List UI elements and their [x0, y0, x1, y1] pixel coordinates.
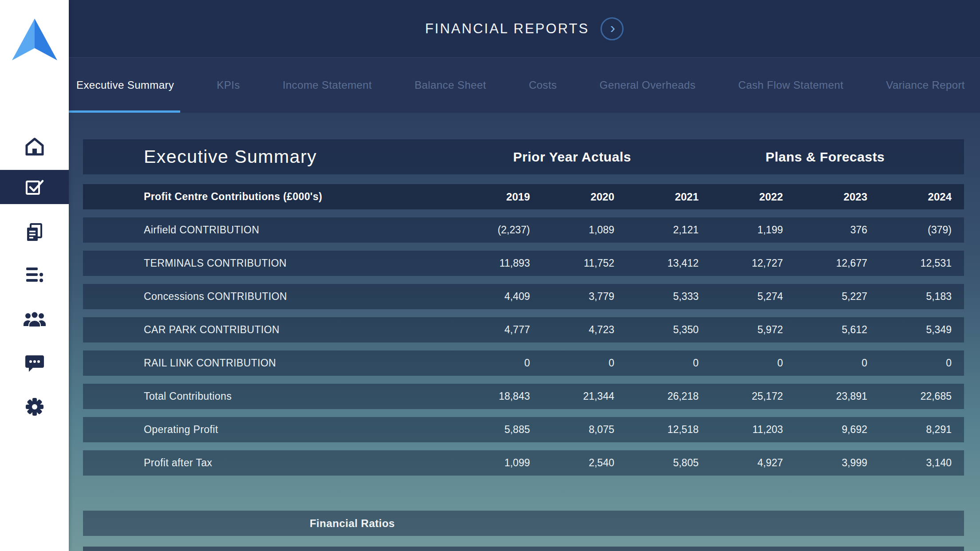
row-value: 23,891 [783, 390, 867, 402]
year-column-header: 2021 [614, 191, 699, 203]
row-value: 1,099 [446, 457, 530, 469]
tab-kpis[interactable]: KPIs [217, 58, 240, 113]
tab-costs[interactable]: Costs [529, 58, 557, 113]
row-value: 8,075 [530, 424, 614, 436]
table-title: Executive Summary [83, 146, 446, 167]
row-value: 0 [614, 357, 699, 369]
row-value: 11,893 [446, 257, 530, 269]
row-value: 12,518 [614, 424, 699, 436]
row-value: 12,531 [867, 257, 952, 269]
home-icon [24, 137, 45, 156]
row-label: RAIL LINK CONTRIBUTION [83, 357, 446, 369]
row-value: 4,927 [699, 457, 783, 469]
row-value: 25,172 [699, 390, 783, 402]
table-row: RAIL LINK CONTRIBUTION000000 [83, 350, 964, 376]
row-value: 22,685 [867, 390, 952, 402]
row-value: 11,203 [699, 424, 783, 436]
row-value: 2,540 [530, 457, 614, 469]
table-row: Airfield CONTRIBUTION(2,237)1,0892,1211,… [83, 217, 964, 243]
row-label: Total Contributions [83, 390, 446, 402]
row-value: 4,723 [530, 324, 614, 336]
people-icon [23, 310, 46, 328]
row-value: 0 [783, 357, 867, 369]
row-label: Airfield CONTRIBUTION [83, 224, 446, 236]
row-value: 4,777 [446, 324, 530, 336]
section-header-label: Financial Ratios [83, 517, 621, 530]
columns-header-row: Profit Centre Contributions (£000's) 201… [83, 184, 964, 209]
row-value: 3,140 [867, 457, 952, 469]
table-row: TERMINALS CONTRIBUTION11,89311,75213,412… [83, 251, 964, 276]
row-value: 0 [446, 357, 530, 369]
row-value: 3,999 [783, 457, 867, 469]
row-value: 0 [530, 357, 614, 369]
chevron-right-icon: › [610, 20, 615, 35]
group-header-prior-year-actuals: Prior Year Actuals [446, 150, 699, 165]
table-title-row: Executive Summary Prior Year Actuals Pla… [83, 139, 964, 174]
tab-executive-summary[interactable]: Executive Summary [76, 58, 174, 113]
row-value: 376 [783, 224, 867, 236]
tab-general-overheads[interactable]: General Overheads [600, 58, 695, 113]
sidebar-item-documents[interactable] [0, 219, 69, 246]
sidebar-item-reports[interactable] [0, 170, 69, 204]
section-header-financial-ratios: Financial Ratios [83, 511, 964, 536]
next-report-button[interactable]: › [601, 17, 624, 40]
table-row: Total Contributions18,84321,34426,21825,… [83, 384, 964, 409]
table-row: CAR PARK CONTRIBUTION4,7774,7235,3505,97… [83, 317, 964, 342]
year-column-header: 2020 [530, 191, 614, 203]
report-content: Executive Summary Prior Year Actuals Pla… [69, 113, 980, 551]
row-value: 5,227 [783, 291, 867, 303]
main-area: FINANCIAL REPORTS › Executive SummaryKPI… [69, 0, 980, 551]
sidebar-item-home[interactable] [0, 133, 69, 160]
columns-header-label: Profit Centre Contributions (£000's) [83, 191, 446, 203]
page-title: FINANCIAL REPORTS [425, 21, 589, 37]
sidebar-item-messages[interactable] [0, 350, 69, 377]
row-value: (2,237) [446, 224, 530, 236]
year-column-header: 2019 [446, 191, 530, 203]
row-value: 3,779 [530, 291, 614, 303]
row-value: 5,612 [783, 324, 867, 336]
tab-income-statement[interactable]: Income Statement [283, 58, 372, 113]
row-value: 0 [699, 357, 783, 369]
table-rows: Airfield CONTRIBUTION(2,237)1,0892,1211,… [83, 217, 964, 476]
financial-table: Executive Summary Prior Year Actuals Pla… [83, 139, 964, 536]
row-value: 12,677 [783, 257, 867, 269]
row-value: 5,183 [867, 291, 952, 303]
row-value: 4,409 [446, 291, 530, 303]
next-table-row-peek [83, 547, 964, 551]
row-value: 2,121 [614, 224, 699, 236]
row-value: 8,291 [867, 424, 952, 436]
row-value: 5,349 [867, 324, 952, 336]
sidebar-item-settings[interactable] [0, 394, 69, 420]
paper-plane-logo-icon [8, 17, 61, 62]
tab-cash-flow-statement[interactable]: Cash Flow Statement [738, 58, 843, 113]
row-value: 12,727 [699, 257, 783, 269]
table-row: Concessions CONTRIBUTION4,4093,7795,3335… [83, 284, 964, 309]
row-value: 9,692 [783, 424, 867, 436]
chat-icon [24, 354, 45, 373]
row-label: CAR PARK CONTRIBUTION [83, 324, 446, 336]
table-row: Profit after Tax1,0992,5405,8054,9273,99… [83, 450, 964, 476]
row-value: 0 [867, 357, 952, 369]
approved-report-icon [24, 177, 46, 197]
row-value: 5,333 [614, 291, 699, 303]
app-window: FINANCIAL REPORTS › Executive SummaryKPI… [0, 0, 980, 551]
year-column-header: 2024 [867, 191, 952, 203]
row-value: 5,885 [446, 424, 530, 436]
tab-variance-report[interactable]: Variance Report [886, 58, 965, 113]
group-header-plans-forecasts: Plans & Forecasts [699, 150, 952, 165]
row-label: Profit after Tax [83, 457, 446, 469]
row-value: 1,089 [530, 224, 614, 236]
table-row: Operating Profit5,8858,07512,51811,2039,… [83, 417, 964, 442]
sidebar-item-people[interactable] [0, 306, 69, 332]
row-value: (379) [867, 224, 952, 236]
tab-balance-sheet[interactable]: Balance Sheet [415, 58, 486, 113]
year-column-header: 2022 [699, 191, 783, 203]
row-value: 1,199 [699, 224, 783, 236]
app-logo [8, 17, 61, 64]
row-value: 18,843 [446, 390, 530, 402]
row-label: Concessions CONTRIBUTION [83, 291, 446, 303]
row-value: 26,218 [614, 390, 699, 402]
row-label: TERMINALS CONTRIBUTION [83, 257, 446, 269]
sidebar-item-list[interactable] [0, 261, 69, 288]
documents-icon [24, 222, 45, 243]
